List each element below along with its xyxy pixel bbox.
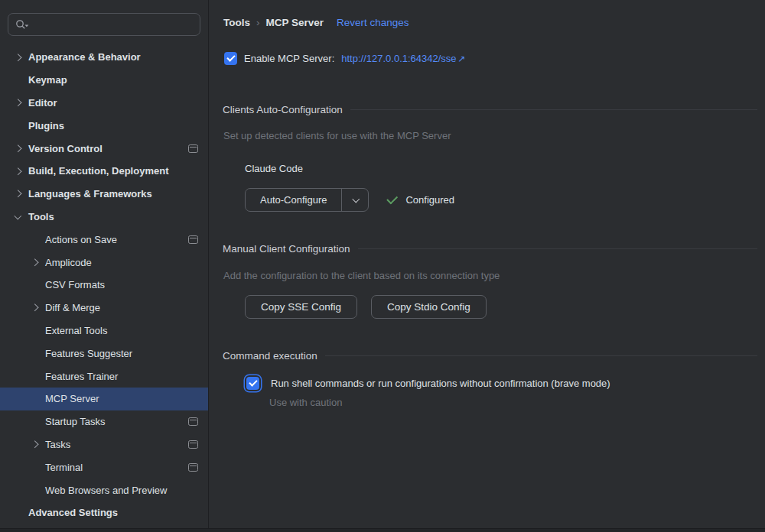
chevron-right-icon[interactable] bbox=[31, 258, 38, 265]
revert-changes-link[interactable]: Revert changes bbox=[337, 17, 409, 28]
enable-mcp-checkbox[interactable] bbox=[224, 52, 237, 65]
manual-section-header: Manual Client Configuration bbox=[223, 243, 757, 255]
sidebar-item-label: Tasks bbox=[45, 439, 70, 450]
sidebar-item-keymap[interactable]: Keymap bbox=[0, 69, 208, 92]
breadcrumb-separator-icon: › bbox=[256, 17, 260, 28]
mcp-server-panel: Tools › MCP Server Revert changes Enable… bbox=[209, 0, 765, 532]
chevron-slot bbox=[14, 215, 28, 219]
enable-mcp-row: Enable MCP Server: http://127.0.0.1:6434… bbox=[224, 52, 466, 65]
copy-stdio-config-button[interactable]: Copy Stdio Config bbox=[371, 295, 487, 319]
chevron-slot bbox=[14, 169, 28, 174]
checkmark-icon bbox=[226, 53, 235, 61]
window-icon bbox=[188, 235, 198, 244]
manual-section-title: Manual Client Configuration bbox=[223, 243, 350, 255]
chevron-slot bbox=[31, 260, 45, 265]
sidebar-item-label: Editor bbox=[28, 97, 57, 109]
section-divider bbox=[350, 109, 757, 110]
settings-tree: Appearance & BehaviorKeymapEditorPlugins… bbox=[0, 46, 208, 524]
chevron-right-icon[interactable] bbox=[15, 99, 21, 106]
brave-mode-row: Run shell commands or run configurations… bbox=[243, 374, 610, 393]
sidebar-item-plugins[interactable]: Plugins bbox=[0, 114, 208, 137]
sidebar-item-web-browsers-and-preview[interactable]: Web Browsers and Preview bbox=[0, 478, 208, 501]
chevron-slot bbox=[14, 146, 28, 151]
chevron-slot bbox=[31, 442, 45, 447]
search-icon bbox=[15, 18, 31, 31]
sidebar-item-label: Diff & Merge bbox=[45, 302, 100, 313]
sidebar-item-label: Terminal bbox=[45, 462, 83, 473]
chevron-right-icon[interactable] bbox=[15, 190, 21, 197]
section-divider bbox=[358, 248, 757, 249]
chevron-slot bbox=[14, 100, 28, 105]
sidebar-item-advanced-settings[interactable]: Advanced Settings bbox=[0, 501, 208, 524]
breadcrumb-current: MCP Server bbox=[266, 17, 324, 28]
sidebar-item-version-control[interactable]: Version Control bbox=[0, 137, 208, 160]
sidebar-item-build-execution-deployment[interactable]: Build, Execution, Deployment bbox=[0, 160, 208, 183]
settings-search-input[interactable] bbox=[34, 18, 200, 31]
chevron-slot bbox=[31, 305, 45, 310]
brave-mode-checkbox[interactable] bbox=[246, 377, 259, 390]
sidebar-item-label: Languages & Frameworks bbox=[28, 188, 152, 200]
sidebar-item-actions-on-save[interactable]: Actions on Save bbox=[0, 228, 208, 251]
sidebar-item-label: CSV Formats bbox=[45, 279, 105, 290]
auto-configure-button[interactable]: Auto-Configure bbox=[246, 189, 341, 211]
sidebar-item-appearance-behavior[interactable]: Appearance & Behavior bbox=[0, 46, 208, 69]
manual-section-description: Add the configuration to the client base… bbox=[223, 270, 500, 281]
mcp-server-url-link[interactable]: http://127.0.0.1:64342/sse↗ bbox=[341, 53, 465, 64]
brave-mode-label: Run shell commands or run configurations… bbox=[271, 378, 610, 389]
sidebar-item-mcp-server[interactable]: MCP Server bbox=[0, 388, 208, 410]
sidebar-item-label: Version Control bbox=[28, 143, 103, 154]
sidebar-item-features-suggester[interactable]: Features Suggester bbox=[0, 342, 208, 365]
sidebar-item-label: Build, Execution, Deployment bbox=[28, 165, 168, 177]
sidebar-item-editor[interactable]: Editor bbox=[0, 92, 208, 115]
chevron-down-icon[interactable] bbox=[15, 212, 21, 219]
sidebar-item-external-tools[interactable]: External Tools bbox=[0, 320, 208, 342]
clients-section-header: Clients Auto-Configuration bbox=[223, 104, 757, 115]
sidebar-item-startup-tasks[interactable]: Startup Tasks bbox=[0, 410, 208, 433]
sidebar-item-label: External Tools bbox=[45, 325, 107, 336]
configured-status-label: Configured bbox=[405, 194, 454, 206]
window-icon bbox=[188, 440, 198, 449]
breadcrumb-tools[interactable]: Tools bbox=[223, 17, 250, 28]
sidebar-item-label: MCP Server bbox=[45, 393, 99, 404]
window-icon bbox=[188, 144, 198, 153]
chevron-slot bbox=[14, 191, 28, 196]
copy-config-buttons: Copy SSE Config Copy Stdio Config bbox=[245, 295, 487, 319]
copy-sse-config-button[interactable]: Copy SSE Config bbox=[245, 295, 357, 319]
settings-window: Appearance & BehaviorKeymapEditorPlugins… bbox=[0, 0, 765, 532]
window-icon bbox=[188, 417, 198, 426]
sidebar-item-amplicode[interactable]: Amplicode bbox=[0, 251, 208, 274]
sidebar-item-languages-frameworks[interactable]: Languages & Frameworks bbox=[0, 183, 208, 206]
settings-search-box[interactable] bbox=[8, 13, 200, 36]
chevron-right-icon[interactable] bbox=[31, 441, 38, 448]
auto-configure-split-button: Auto-Configure bbox=[245, 188, 369, 212]
sidebar-item-features-trainer[interactable]: Features Trainer bbox=[0, 365, 208, 388]
client-name-label: Claude Code bbox=[245, 163, 303, 174]
chevron-right-icon[interactable] bbox=[15, 144, 21, 151]
external-link-icon[interactable]: ↗ bbox=[458, 54, 466, 64]
command-section-header: Command execution bbox=[223, 350, 757, 362]
sidebar-item-label: Appearance & Behavior bbox=[28, 51, 141, 63]
breadcrumb: Tools › MCP Server Revert changes bbox=[223, 17, 409, 28]
sidebar-item-csv-formats[interactable]: CSV Formats bbox=[0, 274, 208, 297]
sidebar-item-tasks[interactable]: Tasks bbox=[0, 433, 208, 456]
sidebar-item-diff-merge[interactable]: Diff & Merge bbox=[0, 297, 208, 320]
clients-section-description: Set up detected clients for use with the… bbox=[223, 130, 451, 141]
clients-section-title: Clients Auto-Configuration bbox=[223, 104, 343, 115]
chevron-right-icon[interactable] bbox=[31, 304, 38, 311]
dialog-bottom-edge bbox=[0, 528, 765, 532]
chevron-right-icon[interactable] bbox=[15, 167, 21, 174]
auto-configure-dropdown-button[interactable] bbox=[342, 189, 368, 211]
mcp-server-url[interactable]: http://127.0.0.1:64342/sse bbox=[341, 53, 456, 64]
sidebar-item-label: Amplicode bbox=[45, 257, 92, 268]
sidebar-item-terminal[interactable]: Terminal bbox=[0, 456, 208, 478]
sidebar-item-tools[interactable]: Tools bbox=[0, 206, 208, 229]
chevron-slot bbox=[14, 55, 28, 60]
sidebar-item-label: Actions on Save bbox=[45, 234, 117, 245]
sidebar-item-label: Features Trainer bbox=[45, 371, 118, 382]
command-section-title: Command execution bbox=[223, 350, 317, 362]
chevron-right-icon[interactable] bbox=[15, 54, 21, 60]
sidebar-item-label: Web Browsers and Preview bbox=[45, 485, 167, 496]
chevron-down-icon bbox=[353, 196, 360, 203]
enable-mcp-label: Enable MCP Server: bbox=[244, 53, 334, 64]
sidebar-item-label: Advanced Settings bbox=[28, 507, 118, 518]
